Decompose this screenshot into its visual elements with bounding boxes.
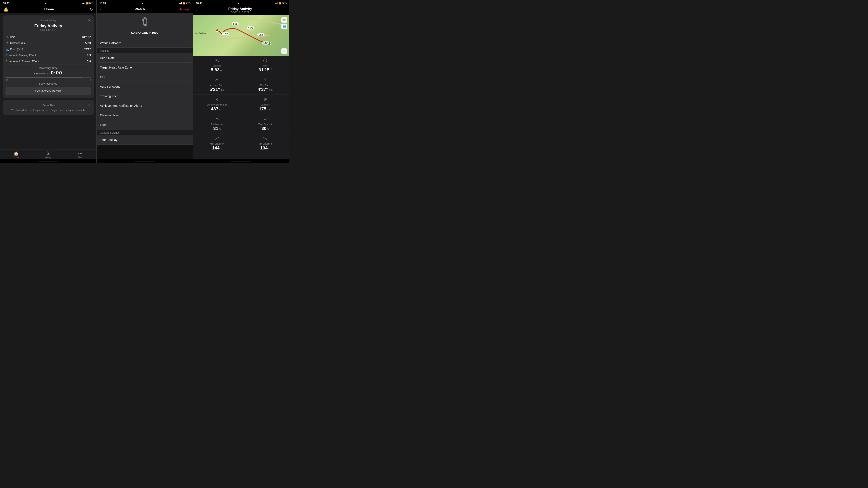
detail-back-btn[interactable]: ‹ bbox=[196, 8, 198, 12]
stats-row-4: Total Ascent 31 m Total Descent 30 m bbox=[193, 114, 289, 134]
chevron-right-icon: › bbox=[188, 75, 189, 79]
ascent-cell-label: Total Ascent bbox=[211, 123, 223, 126]
stat-cell-descent: Total Descent 30 m bbox=[241, 114, 289, 134]
recovery-sub: Full Recovery in 0:00 bbox=[5, 70, 91, 76]
wifi-icon-2: 📶 bbox=[183, 2, 185, 4]
map-globe-btn[interactable]: 🌐 bbox=[281, 24, 287, 29]
stat-distance: 📍 Distance (km) 5.83 bbox=[5, 40, 91, 46]
distance-cell-value: 5.83 km bbox=[211, 67, 223, 73]
location-icon-2: ▲ bbox=[141, 2, 143, 4]
menu-label-elevation-navi: Elevation Navi bbox=[100, 113, 119, 117]
refresh-icon[interactable]: ↻ bbox=[90, 7, 93, 12]
home-indicator-3 bbox=[193, 159, 289, 163]
stat-time-label: Time bbox=[9, 35, 15, 38]
menu-label-gps: GPS bbox=[100, 75, 106, 79]
max-elev-cell-label: Max Elevation bbox=[210, 142, 224, 145]
menu-label-laps: Laps bbox=[100, 123, 106, 127]
menu-label-time-display: Time Display bbox=[100, 138, 117, 141]
time-icon: ⏱ bbox=[5, 35, 8, 39]
descent-cell-value: 30 m bbox=[261, 126, 269, 131]
menu-item-elevation-navi[interactable]: Elevation Navi › bbox=[97, 110, 193, 120]
watch-title: Watch bbox=[135, 7, 145, 11]
wifi-icon-1: 📶 bbox=[86, 2, 89, 4]
menu-item-laps[interactable]: Laps › bbox=[97, 120, 193, 130]
plan-card-header: Set a Plan ✕ bbox=[5, 103, 91, 107]
recovery-label: Recovery Time bbox=[5, 66, 91, 69]
descent-cell-label: Total Descent bbox=[258, 123, 272, 126]
plan-label: Set a Plan bbox=[9, 104, 88, 107]
distance-icon: 📍 bbox=[5, 41, 9, 45]
bell-icon[interactable]: 🔔 bbox=[3, 7, 8, 12]
progress-right: 0 bbox=[90, 79, 91, 82]
stat-time-value: 31'15'' bbox=[82, 35, 91, 39]
svg-rect-11 bbox=[283, 21, 285, 21]
watch-header: ‹ Watch Manage bbox=[97, 6, 193, 13]
tab-home[interactable]: 🏠 Home bbox=[0, 151, 32, 159]
route-svg bbox=[193, 15, 289, 56]
chevron-right-icon: › bbox=[188, 56, 189, 60]
stats-row-2: Average Pace 5'21'' /km Max Pace 4'37'' … bbox=[193, 75, 289, 95]
map-section: 1 km 2 km 3 km 4 km 5 km Hoe Benham 🌐 ⤢ bbox=[193, 15, 289, 56]
hamburger-menu-icon[interactable]: ☰ bbox=[283, 8, 286, 12]
chevron-right-icon: › bbox=[188, 138, 189, 141]
chevron-right-icon: › bbox=[188, 94, 189, 98]
menu-item-auto-functions[interactable]: Auto Functions › bbox=[97, 82, 193, 91]
plan-close-btn[interactable]: ✕ bbox=[88, 103, 91, 107]
home-header: 🔔 Home ↻ bbox=[0, 6, 96, 13]
menu-item-gps[interactable]: GPS › bbox=[97, 72, 193, 82]
time-cell-value: 31'15'' bbox=[258, 67, 272, 73]
stats-grid: Distance 5.83 km Time 31'15'' bbox=[193, 56, 289, 159]
stat-aerobic-value: 4.3 bbox=[87, 54, 91, 57]
chevron-right-icon: › bbox=[188, 65, 189, 69]
cadence-cell-label: Cadence bbox=[261, 103, 270, 106]
menu-item-heart-rate[interactable]: Heart Rate › bbox=[97, 53, 193, 63]
see-activity-details-button[interactable]: See Activity Details bbox=[5, 87, 91, 95]
place-label: Hoe Benham bbox=[195, 32, 206, 34]
home-indicator-1 bbox=[0, 159, 96, 163]
home-tab-icon: 🏠 bbox=[13, 151, 19, 156]
home-content: Latest Activity ✕ Friday Activity 5/8/20… bbox=[0, 13, 96, 149]
menu-item-target-heart-rate[interactable]: Target Heart Rate Zone › bbox=[97, 63, 193, 72]
menu-item-time-display[interactable]: Time Display › bbox=[97, 135, 193, 144]
stat-pace-value: 5'21'' bbox=[84, 47, 91, 51]
map-layers-btn[interactable] bbox=[281, 17, 287, 23]
tab-activity[interactable]: 🏃 Activity bbox=[32, 151, 64, 159]
menu-label-auto-functions: Auto Functions bbox=[100, 85, 120, 88]
detail-subtitle: 5/8/2020 10:58:51 bbox=[228, 11, 252, 13]
watch-manage-btn[interactable]: Manage bbox=[179, 7, 189, 11]
watch-back-btn[interactable]: ‹ bbox=[100, 7, 101, 11]
detail-header-center: Friday Activity 5/8/2020 10:58:51 bbox=[228, 7, 252, 13]
stat-cell-avg-pace: Average Pace 5'21'' /km bbox=[193, 75, 241, 95]
activity-close-btn[interactable]: ✕ bbox=[88, 18, 91, 23]
fully-recovered-text: Fully recovered bbox=[5, 82, 91, 85]
menu-item-achievement-alerts[interactable]: Achievement Notification Alerts › bbox=[97, 101, 193, 110]
location-icon-1: ▲ bbox=[44, 2, 47, 4]
more-tab-icon: ••• bbox=[78, 151, 83, 156]
avg-pace-cell-value: 5'21'' /km bbox=[210, 87, 225, 92]
watch-section-training: Training bbox=[97, 47, 193, 53]
stat-cell-max-pace: Max Pace 4'37'' /km bbox=[241, 75, 289, 95]
stat-pace: 👟 Pace (/km) 5'21'' bbox=[5, 46, 91, 52]
detail-header: ‹ Friday Activity 5/8/2020 10:58:51 ☰ bbox=[193, 6, 289, 15]
tab-more[interactable]: ••• More bbox=[64, 151, 96, 159]
watch-device-icon bbox=[141, 17, 149, 29]
energy-cell-icon bbox=[215, 97, 219, 103]
menu-label-training-face: Training Face bbox=[100, 94, 118, 98]
activity-card-label: Latest Activity bbox=[9, 19, 88, 22]
menu-item-watch-software[interactable]: Watch Software › bbox=[97, 38, 193, 47]
aerobic-icon: O₂ bbox=[5, 54, 8, 57]
chevron-right-icon: › bbox=[188, 41, 189, 44]
min-elev-cell-value: 134 m bbox=[260, 145, 270, 151]
map-expand-btn[interactable]: ⤢ bbox=[281, 48, 287, 54]
stats-row-1: Distance 5.83 km Time 31'15'' bbox=[193, 56, 289, 75]
menu-item-training-face[interactable]: Training Face › bbox=[97, 91, 193, 101]
signal-bars-1 bbox=[82, 2, 85, 4]
distance-cell-icon bbox=[215, 58, 219, 64]
status-icons-1: 📶 bbox=[82, 2, 93, 4]
stat-anaerobic-value: 0.9 bbox=[87, 60, 91, 63]
detail-title: Friday Activity bbox=[228, 7, 252, 11]
max-pace-cell-value: 4'37'' /km bbox=[257, 87, 273, 92]
distance-cell-label: Distance bbox=[213, 64, 221, 67]
chevron-right-icon: › bbox=[188, 85, 189, 88]
watch-device-section: CASIO GBD-H1000 bbox=[97, 13, 193, 38]
